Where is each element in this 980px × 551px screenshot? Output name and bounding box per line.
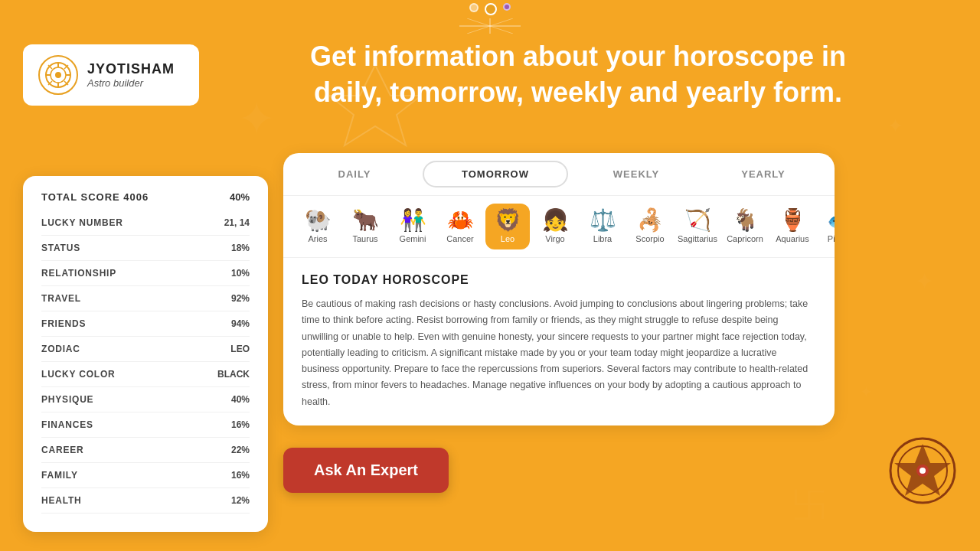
score-divider	[41, 513, 250, 514]
score-row-label: HEALTH	[41, 495, 82, 506]
zodiac-emoji: 🦀	[447, 210, 474, 231]
zodiac-emoji: 👧	[542, 210, 569, 231]
zodiac-virgo[interactable]: 👧 Virgo	[533, 204, 577, 249]
score-row: FRIENDS 94%	[41, 315, 250, 333]
score-row-label: CAREER	[41, 445, 83, 455]
zodiac-name: Capricorn	[727, 234, 763, 243]
score-divider	[41, 437, 250, 438]
zodiac-emoji: 🐏	[305, 210, 332, 231]
horoscope-title: LEO TODAY HOROSCOPE	[302, 273, 816, 287]
zodiac-sagittarius[interactable]: 🏹 Sagittarius	[675, 204, 720, 249]
score-divider	[41, 260, 250, 261]
score-divider	[41, 285, 250, 286]
score-divider	[41, 386, 250, 387]
score-row: ZODIAC LEO	[41, 340, 250, 358]
score-divider	[41, 487, 250, 488]
zodiac-aries[interactable]: 🐏 Aries	[296, 204, 340, 249]
app-subtitle: Astro builder	[87, 77, 175, 89]
score-row-label: RELATIONSHIP	[41, 268, 116, 279]
score-row-value: 94%	[231, 318, 250, 329]
score-row-value: 18%	[231, 243, 250, 253]
score-row-label: ZODIAC	[41, 344, 80, 354]
zodiac-name: Taurus	[352, 234, 377, 243]
zodiac-emoji: 🏹	[684, 210, 711, 231]
tab-weekly[interactable]: WEEKLY	[573, 156, 700, 192]
zodiac-libra[interactable]: ⚖️ Libra	[580, 204, 625, 249]
svg-point-7	[55, 72, 61, 78]
header: JYOTISHAM Astro builder Get information …	[0, 0, 980, 149]
zodiac-name: Sagittarius	[678, 234, 717, 243]
score-row: FINANCES 16%	[41, 416, 250, 434]
score-row-value: 16%	[231, 419, 250, 430]
score-row-label: STATUS	[41, 243, 80, 253]
score-divider	[41, 336, 250, 337]
score-row: LUCKY NUMBER 21, 14	[41, 214, 250, 232]
score-row-value: BLACK	[217, 369, 250, 380]
tagline-line1: Get information about your horoscope in	[310, 41, 846, 72]
zodiac-emoji: 🐂	[352, 210, 379, 231]
score-row: STATUS 18%	[41, 239, 250, 257]
score-divider	[41, 311, 250, 311]
tabs-bar: DAILYTOMORROWWEEKLYYEARLY	[283, 153, 835, 196]
zodiac-emoji: 🐐	[732, 210, 759, 231]
score-divider	[41, 462, 250, 463]
score-row: RELATIONSHIP 10%	[41, 264, 250, 282]
score-rows: LUCKY NUMBER 21, 14 STATUS 18% RELATIONS…	[41, 214, 250, 514]
zodiac-pisces[interactable]: 🐟 Pisces	[818, 204, 835, 249]
score-row-label: FINANCES	[41, 419, 93, 430]
score-row-value: 92%	[231, 293, 250, 304]
score-row: TRAVEL 92%	[41, 289, 250, 308]
zodiac-name: Cancer	[446, 234, 473, 243]
zodiac-aquarius[interactable]: 🏺 Aquarius	[770, 204, 815, 249]
score-row: LUCKY COLOR BLACK	[41, 365, 250, 383]
ask-expert-button[interactable]: Ask An Expert	[283, 448, 449, 493]
score-row-value: 40%	[231, 394, 250, 405]
zodiac-emoji: ⚖️	[590, 210, 616, 231]
score-row: FAMILY 16%	[41, 466, 250, 484]
score-divider	[41, 361, 250, 362]
zodiac-name: Scorpio	[635, 234, 664, 243]
zodiac-name: Pisces	[828, 234, 835, 243]
zodiac-scorpio[interactable]: 🦂 Scorpio	[628, 204, 672, 249]
tab-daily[interactable]: DAILY	[291, 156, 418, 192]
zodiac-emoji: 👫	[400, 210, 426, 231]
score-divider	[41, 235, 250, 236]
zodiac-emoji: 🏺	[779, 210, 806, 231]
svg-point-20	[920, 468, 926, 474]
zodiac-leo[interactable]: 🦁 Leo	[485, 204, 530, 249]
score-row: HEALTH 12%	[41, 491, 250, 510]
total-score-row: TOTAL SCORE 4006 40%	[41, 191, 250, 203]
zodiac-emoji: 🐟	[827, 210, 835, 231]
score-row: PHYSIQUE 40%	[41, 390, 250, 409]
zodiac-row[interactable]: 🐏 Aries 🐂 Taurus 👫 Gemini 🦀 Cancer 🦁 Leo…	[283, 196, 835, 258]
score-row-label: FRIENDS	[41, 318, 86, 329]
app-title: JYOTISHAM	[87, 61, 175, 77]
score-row-value: 12%	[231, 495, 250, 506]
tagline-line2: daily, tomorrow, weekly and yearly form.	[314, 77, 842, 108]
logo-text: JYOTISHAM Astro builder	[87, 61, 175, 89]
mandala-decoration	[888, 436, 957, 505]
horoscope-content: LEO TODAY HOROSCOPE Be cautious of makin…	[283, 258, 835, 425]
zodiac-capricorn[interactable]: 🐐 Capricorn	[723, 204, 767, 249]
tab-yearly[interactable]: YEARLY	[700, 156, 827, 192]
main-card: DAILYTOMORROWWEEKLYYEARLY 🐏 Aries 🐂 Taur…	[283, 153, 835, 425]
zodiac-name: Virgo	[545, 234, 564, 243]
zodiac-name: Aquarius	[776, 234, 808, 243]
logo-box: JYOTISHAM Astro builder	[23, 44, 199, 106]
zodiac-name: Gemini	[400, 234, 426, 243]
zodiac-taurus[interactable]: 🐂 Taurus	[343, 204, 387, 249]
score-row-label: FAMILY	[41, 470, 78, 481]
score-row-label: LUCKY COLOR	[41, 369, 116, 380]
score-row-value: 22%	[231, 445, 250, 455]
zodiac-gemini[interactable]: 👫 Gemini	[390, 204, 435, 249]
zodiac-name: Aries	[308, 234, 327, 243]
zodiac-cancer[interactable]: 🦀 Cancer	[438, 204, 482, 249]
logo-icon	[38, 55, 78, 95]
score-row-label: TRAVEL	[41, 293, 81, 304]
horoscope-text: Be cautious of making rash decisions or …	[302, 296, 816, 410]
score-row-value: 21, 14	[224, 217, 250, 228]
tab-tomorrow[interactable]: TOMORROW	[423, 161, 568, 187]
score-row-value: LEO	[230, 344, 250, 354]
zodiac-emoji: 🦂	[637, 210, 664, 231]
zodiac-name: Libra	[593, 234, 612, 243]
